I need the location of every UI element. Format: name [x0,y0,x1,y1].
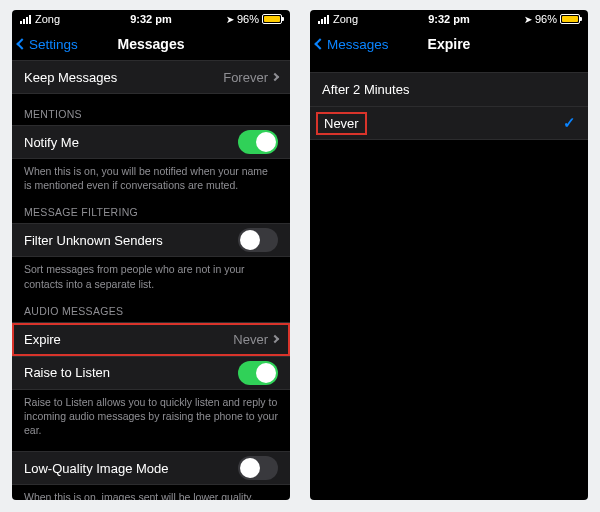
expire-row[interactable]: Expire Never [12,322,290,356]
low-quality-footer: When this is on, images sent will be low… [12,485,290,500]
expire-label: Expire [24,332,61,347]
status-bar: Zong 9:32 pm ➤ 96% [310,10,588,28]
audio-header: AUDIO MESSAGES [12,291,290,322]
chevron-right-icon [271,73,279,81]
raise-to-listen-row[interactable]: Raise to Listen [12,356,290,390]
filter-unknown-row[interactable]: Filter Unknown Senders [12,223,290,257]
status-time: 9:32 pm [310,13,588,25]
nav-bar: Settings Messages [12,28,290,60]
back-button[interactable]: Settings [18,37,78,52]
keep-messages-label: Keep Messages [24,70,117,85]
raise-toggle[interactable] [238,361,278,385]
expire-options-screen: Zong 9:32 pm ➤ 96% Messages Expire After… [310,10,588,500]
low-quality-row[interactable]: Low-Quality Image Mode [12,451,290,485]
chevron-left-icon [16,38,27,49]
raise-footer: Raise to Listen allows you to quickly li… [12,390,290,438]
battery-icon [262,14,282,24]
status-bar: Zong 9:32 pm ➤ 96% [12,10,290,28]
messages-settings-screen: Zong 9:32 pm ➤ 96% Settings Messages Kee… [12,10,290,500]
chevron-left-icon [314,38,325,49]
keep-messages-row[interactable]: Keep Messages Forever [12,60,290,94]
keep-messages-value: Forever [223,70,268,85]
filtering-header: MESSAGE FILTERING [12,192,290,223]
expire-value: Never [233,332,268,347]
back-button[interactable]: Messages [316,37,389,52]
filter-unknown-footer: Sort messages from people who are not in… [12,257,290,290]
notify-me-toggle[interactable] [238,130,278,154]
battery-icon [560,14,580,24]
back-label: Messages [327,37,389,52]
notify-me-footer: When this is on, you will be notified wh… [12,159,290,192]
option-after-2-minutes[interactable]: After 2 Minutes [310,72,588,106]
chevron-right-icon [271,335,279,343]
option-label: Never [316,112,367,135]
filter-unknown-label: Filter Unknown Senders [24,233,163,248]
option-never[interactable]: Never ✓ [310,106,588,140]
option-label: After 2 Minutes [322,82,409,97]
low-quality-label: Low-Quality Image Mode [24,461,169,476]
status-time: 9:32 pm [12,13,290,25]
nav-bar: Messages Expire [310,28,588,60]
notify-me-row[interactable]: Notify Me [12,125,290,159]
mentions-header: MENTIONS [12,94,290,125]
filter-unknown-toggle[interactable] [238,228,278,252]
low-quality-toggle[interactable] [238,456,278,480]
notify-me-label: Notify Me [24,135,79,150]
checkmark-icon: ✓ [563,114,576,132]
raise-label: Raise to Listen [24,365,110,380]
back-label: Settings [29,37,78,52]
